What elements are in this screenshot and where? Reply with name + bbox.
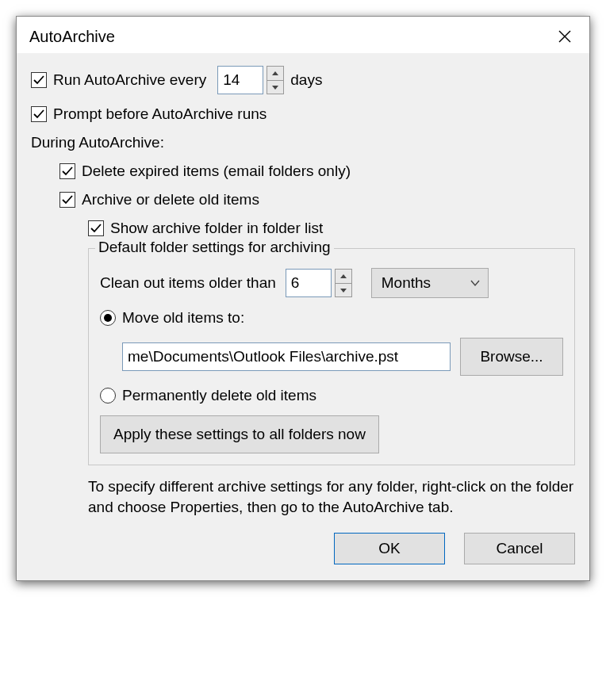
spinner-down-button[interactable] (335, 283, 352, 297)
move-option-row: Move old items to: (100, 309, 563, 327)
prompt-label: Prompt before AutoArchive runs (53, 105, 267, 123)
unit-dropdown[interactable]: Months (371, 268, 489, 298)
run-every-label-right: days (290, 71, 322, 89)
checkmark-icon (33, 108, 45, 120)
dialog-footer: OK Cancel (31, 533, 575, 564)
spinner-down-button[interactable] (267, 80, 284, 94)
delete-radio[interactable] (100, 388, 116, 404)
titlebar: AutoArchive (17, 17, 589, 53)
show-folder-checkbox[interactable] (88, 220, 104, 236)
default-settings-fieldset: Default folder settings for archiving Cl… (88, 248, 575, 465)
spinner-up-button[interactable] (267, 66, 284, 80)
move-radio[interactable] (100, 310, 116, 326)
clean-out-input[interactable] (286, 269, 332, 297)
during-label: During AutoArchive: (31, 134, 575, 151)
delete-expired-row: Delete expired items (email folders only… (59, 163, 575, 180)
ok-button[interactable]: OK (334, 533, 445, 564)
chevron-down-icon (272, 86, 278, 90)
chevron-up-icon (272, 71, 278, 75)
autoarchive-dialog: AutoArchive Run AutoArchive every days (16, 16, 590, 581)
run-every-spinner (267, 66, 284, 94)
prompt-checkbox[interactable] (31, 106, 47, 122)
show-folder-row: Show archive folder in folder list (88, 220, 575, 237)
checkmark-icon (61, 193, 74, 206)
spinner-up-button[interactable] (335, 269, 352, 283)
archive-old-label: Archive or delete old items (82, 191, 259, 208)
move-path-row: Browse... (122, 338, 563, 376)
fieldset-legend: Default folder settings for archiving (95, 239, 334, 256)
prompt-row: Prompt before AutoArchive runs (31, 105, 575, 123)
cancel-button[interactable]: Cancel (464, 533, 575, 564)
archive-old-checkbox[interactable] (59, 192, 75, 208)
run-every-input[interactable] (217, 66, 263, 94)
show-folder-label: Show archive folder in folder list (110, 220, 323, 237)
run-every-checkbox[interactable] (31, 72, 47, 88)
archive-path-input[interactable] (122, 342, 451, 371)
delete-expired-label: Delete expired items (email folders only… (82, 163, 351, 180)
clean-out-spinner (335, 269, 352, 297)
chevron-up-icon (340, 274, 347, 278)
close-button[interactable] (553, 25, 577, 48)
delete-expired-checkbox[interactable] (59, 163, 75, 179)
hint-text: To specify different archive settings fo… (88, 476, 575, 517)
archive-old-row: Archive or delete old items (59, 191, 575, 208)
move-label: Move old items to: (122, 309, 244, 327)
unit-selected: Months (382, 274, 431, 292)
clean-out-label: Clean out items older than (100, 274, 276, 292)
browse-button[interactable]: Browse... (460, 338, 563, 376)
clean-out-row: Clean out items older than Months (100, 268, 563, 298)
dialog-body: Run AutoArchive every days Prompt before… (17, 53, 589, 580)
delete-option-label: Permanently delete old items (122, 387, 316, 404)
chevron-down-icon (470, 278, 480, 288)
dialog-title: AutoArchive (29, 28, 115, 46)
run-every-row: Run AutoArchive every days (31, 66, 575, 94)
checkmark-icon (61, 165, 74, 178)
close-icon (558, 29, 572, 44)
delete-option-row: Permanently delete old items (100, 387, 563, 404)
apply-all-button[interactable]: Apply these settings to all folders now (100, 415, 379, 453)
chevron-down-icon (340, 289, 347, 293)
checkmark-icon (90, 222, 102, 235)
checkmark-icon (33, 74, 45, 86)
run-every-label-left: Run AutoArchive every (53, 71, 206, 89)
